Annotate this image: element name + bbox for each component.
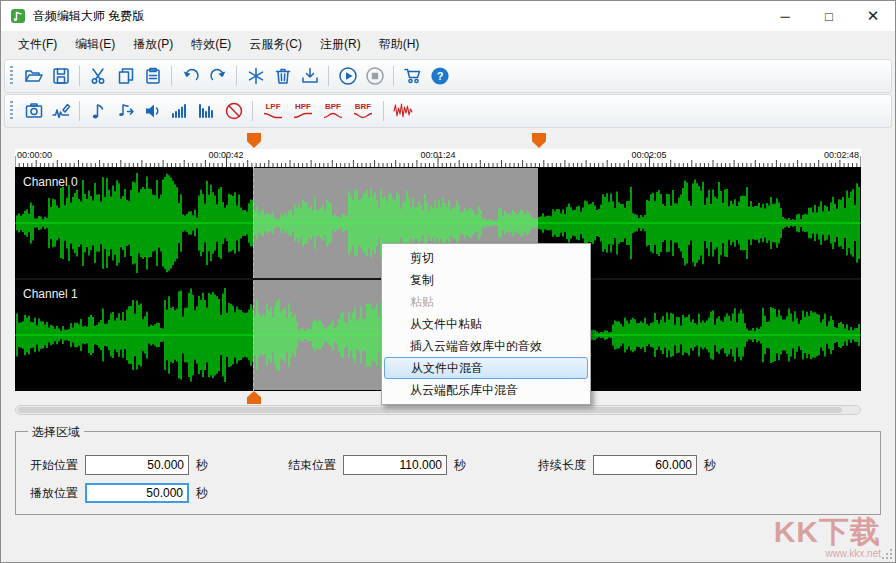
redo-icon [208,66,228,86]
download-button[interactable] [296,63,323,90]
snapshot-icon [24,101,44,121]
selection-panel: 选择区域 开始位置 秒 结束位置 秒 持续长度 秒 播放位置 秒 [15,431,881,515]
shop-button[interactable] [399,63,426,90]
copy-button[interactable] [112,63,139,90]
start-position-label: 开始位置 [30,457,78,474]
watermark-url: www.kkx.net [774,548,881,560]
hpf-icon [293,111,313,120]
toolbar-separator [79,66,80,86]
context-menu-item-mix-from-cloud[interactable]: 从云端配乐库中混音 [382,379,590,401]
brf-label: BRF [355,102,371,111]
paste-icon [143,66,163,86]
minimize-button[interactable]: ─ [763,1,807,31]
midi-button[interactable] [112,98,139,125]
speaker-button[interactable] [139,98,166,125]
toolbar-separator [79,101,80,121]
brf-icon [353,111,373,120]
menu-play[interactable]: 播放(P) [124,32,182,57]
paste-button[interactable] [139,63,166,90]
delete-button[interactable] [269,63,296,90]
maximize-button[interactable]: □ [807,1,851,31]
open-folder-icon [24,66,44,86]
title-bar: 音频编辑大师 免费版 ─ □ ✕ [1,1,895,31]
menu-help[interactable]: 帮助(H) [370,32,429,57]
toolbar-grip[interactable] [10,66,13,86]
horizontal-scrollbar[interactable] [15,405,861,415]
play-position-unit: 秒 [196,485,208,502]
watermark-title: KK下载 [774,516,881,548]
resize-grip-icon[interactable] [880,547,893,560]
cut-button[interactable] [85,63,112,90]
start-position-unit: 秒 [196,457,208,474]
context-menu-item-paste: 粘贴 [382,291,590,313]
toolbar-separator [236,66,237,86]
mute-icon [224,101,244,121]
lpf-filter-button[interactable]: LPF [258,98,288,125]
context-menu-item-copy[interactable]: 复制 [382,269,590,291]
menu-edit[interactable]: 编辑(E) [66,32,124,57]
scissors-icon [89,66,109,86]
selection-end-marker[interactable] [532,133,546,148]
stop-icon [365,66,385,86]
stop-button[interactable] [361,63,388,90]
levels-icon [197,101,217,121]
play-button[interactable] [334,63,361,90]
duration-field: 持续长度 秒 [538,454,716,476]
lpf-label: LPF [265,102,280,111]
app-icon [10,8,26,24]
snapshot-button[interactable] [20,98,47,125]
menu-file[interactable]: 文件(F) [9,32,66,57]
bpf-filter-button[interactable]: BPF [318,98,348,125]
brf-filter-button[interactable]: BRF [348,98,378,125]
volume-button[interactable] [166,98,193,125]
effects-button[interactable] [242,63,269,90]
timeline-ruler[interactable]: 00:00:00 00:00:42 00:01:24 00:02:05 00:0… [15,149,861,167]
save-button[interactable] [47,63,74,90]
toolbar-separator [328,66,329,86]
watermark: KK下载 www.kkx.net [774,516,881,560]
duration-input[interactable] [593,455,697,475]
menu-effects[interactable]: 特效(E) [182,32,240,57]
cart-icon [403,66,423,86]
context-menu-item-cut[interactable]: 剪切 [382,247,590,269]
play-position-marker[interactable] [247,391,261,404]
close-button[interactable]: ✕ [851,1,895,31]
context-menu-item-insert-cloud-sfx[interactable]: 插入云端音效库中的音效 [382,335,590,357]
menu-register[interactable]: 注册(R) [311,32,370,57]
undo-button[interactable] [177,63,204,90]
start-position-field: 开始位置 秒 [30,454,208,476]
play-icon [338,66,358,86]
trash-icon [273,66,293,86]
mute-button[interactable] [220,98,247,125]
levels-button[interactable] [193,98,220,125]
end-position-field: 结束位置 秒 [288,454,466,476]
download-icon [300,66,320,86]
end-position-input[interactable] [343,455,447,475]
audio-toolbar: LPF HPF BPF BRF [4,94,892,128]
save-icon [51,66,71,86]
mix-wave-button[interactable] [389,98,416,125]
help-button[interactable]: ? [426,63,453,90]
snowflake-icon [246,66,266,86]
selection-start-marker[interactable] [247,133,261,148]
start-position-input[interactable] [85,455,189,475]
open-button[interactable] [20,63,47,90]
scrollbar-thumb[interactable] [18,407,842,413]
lpf-icon [263,111,283,120]
menu-cloud[interactable]: 云服务(C) [240,32,311,57]
mix-wave-icon [393,101,413,121]
help-icon: ? [430,66,450,86]
play-position-input[interactable] [85,483,189,503]
context-menu: 剪切 复制 粘贴 从文件中粘贴 插入云端音效库中的音效 从文件中混音 从云端配乐… [381,243,591,405]
speaker-icon [143,101,163,121]
context-menu-item-paste-from-file[interactable]: 从文件中粘贴 [382,313,590,335]
redo-button[interactable] [204,63,231,90]
wave-edit-button[interactable] [47,98,74,125]
window-controls: ─ □ ✕ [763,1,895,31]
music-note-button[interactable] [85,98,112,125]
hpf-filter-button[interactable]: HPF [288,98,318,125]
context-menu-item-mix-from-file[interactable]: 从文件中混音 [384,357,588,379]
ruler-label: 00:00:00 [17,150,52,160]
toolbar-separator [252,101,253,121]
toolbar-grip[interactable] [10,101,13,121]
